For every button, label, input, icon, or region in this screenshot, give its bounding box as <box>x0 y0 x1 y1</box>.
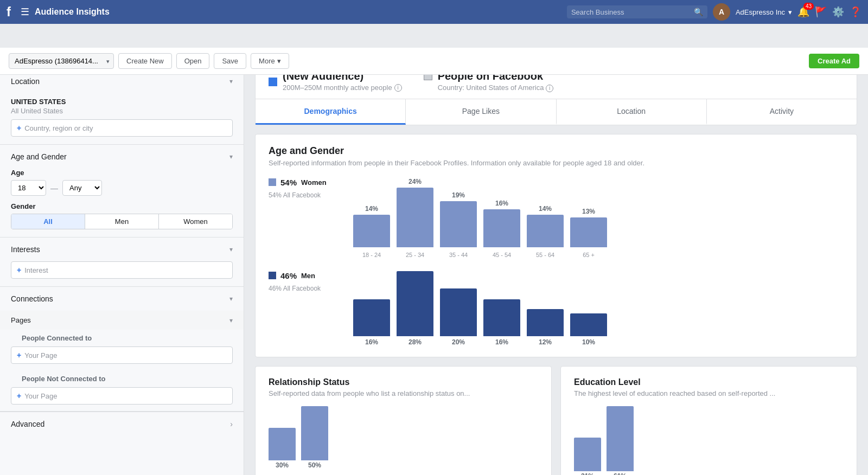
search-input[interactable] <box>571 8 691 16</box>
location-add-input[interactable]: + Country, region or city <box>11 119 233 137</box>
bar-item: 16% <box>353 299 390 346</box>
connected-plus-icon: + <box>17 351 21 360</box>
toolbar: AdEspresso (138696414... Create New Open… <box>0 48 868 75</box>
men-legend: 46% Men 46% All Facebook <box>269 271 344 292</box>
bar-pct: 14% <box>365 205 378 213</box>
tab-location[interactable]: Location <box>557 99 707 125</box>
search-icon-button[interactable]: 🔍 <box>694 8 703 16</box>
tab-demographics[interactable]: Demographics <box>256 99 406 125</box>
country-info-icon[interactable]: i <box>546 85 553 92</box>
bar-age: 35 - 44 <box>449 252 468 258</box>
mini-bar-rect <box>607 406 634 471</box>
age-gender-label: Age and Gender <box>11 152 67 161</box>
your-page-placeholder-2: Your Page <box>24 392 57 400</box>
bar-rect <box>397 271 433 336</box>
sidebar: CREATE AUDIENCE Location ▾ UNITED STATES… <box>0 48 244 475</box>
notification-icon[interactable]: 🔔 43 <box>797 6 809 18</box>
pages-header[interactable]: Pages ▾ <box>0 311 244 330</box>
tab-page-likes[interactable]: Page Likes <box>406 99 556 125</box>
age-dash: — <box>50 184 58 192</box>
bar-rect <box>527 215 564 247</box>
connections-chevron-icon: ▾ <box>229 295 233 303</box>
settings-icon[interactable]: ⚙️ <box>832 6 844 18</box>
sidebar-item-advanced[interactable]: Advanced › <box>0 412 244 436</box>
bar-item: 28% <box>397 271 433 346</box>
location-sub: All United States <box>11 107 233 115</box>
interest-placeholder: Interest <box>24 266 48 274</box>
open-button[interactable]: Open <box>176 53 210 69</box>
people-not-connected-label: People Not Connected to <box>11 370 233 387</box>
bar-pct: 24% <box>409 178 422 185</box>
people-fb-sub: Country: United States of America i <box>438 84 553 92</box>
interest-plus-icon: + <box>17 266 21 274</box>
bar-rect <box>397 188 433 247</box>
bar-pct: 28% <box>409 338 422 346</box>
more-button[interactable]: More ▾ <box>251 53 289 69</box>
age-from-select[interactable]: 18 <box>11 180 46 196</box>
education-bars: 31% 61% <box>574 406 844 476</box>
bar-item: 20% <box>440 288 477 346</box>
flag-icon[interactable]: 🚩 <box>815 6 827 18</box>
location-country: UNITED STATES <box>11 93 233 107</box>
create-ad-button[interactable]: Create Ad <box>809 54 859 68</box>
women-legend: 54% Women 54% All Facebook <box>269 178 344 199</box>
gender-women-button[interactable]: Women <box>158 214 232 229</box>
mini-bar-rect <box>269 428 296 460</box>
facebook-logo: f <box>7 4 11 20</box>
bar-rect <box>353 215 390 247</box>
new-audience-sub: 200M–250M monthly active people i <box>283 84 402 92</box>
create-new-button[interactable]: Create New <box>118 53 172 69</box>
hamburger-icon[interactable]: ☰ <box>21 6 29 18</box>
bar-pct: 16% <box>495 338 508 346</box>
interests-content: + Interest <box>0 261 244 286</box>
top-nav: f ☰ Audience Insights 🔍 A AdEspresso Inc… <box>0 0 868 24</box>
mini-bar-item: 31% <box>574 438 601 476</box>
account-button[interactable]: AdEspresso Inc ▾ <box>736 8 792 16</box>
bar-item: 13% 65 + <box>570 208 607 258</box>
age-row: 18 — Any <box>11 180 233 196</box>
bar-rect <box>570 217 607 247</box>
bar-rect <box>570 313 607 336</box>
connections-header[interactable]: Connections ▾ <box>0 287 244 311</box>
nav-right: A AdEspresso Inc ▾ 🔔 43 🚩 ⚙️ ❓ <box>713 3 861 21</box>
interests-header[interactable]: Interests ▾ <box>0 238 244 261</box>
avatar: A <box>713 3 730 21</box>
bar-pct: 14% <box>539 205 552 213</box>
bar-item: 14% 55 - 64 <box>527 205 564 258</box>
info-icon[interactable]: i <box>394 84 402 92</box>
mini-bar-rect <box>301 406 328 460</box>
bar-item: 10% <box>570 313 607 346</box>
men-group: 46% Men 46% All Facebook 16% 28% <box>269 271 844 346</box>
main-content: (New Audience) 200M–250M monthly active … <box>244 48 868 475</box>
women-bars: 14% 18 - 24 24% 25 - 34 19% 35 - <box>353 178 844 258</box>
interests-label: Interests <box>11 245 40 254</box>
women-label: Women <box>301 178 327 187</box>
bar-age: 18 - 24 <box>362 252 381 258</box>
your-page-placeholder-1: Your Page <box>24 351 57 360</box>
age-to-select[interactable]: Any <box>62 180 102 196</box>
gender-all-button[interactable]: All <box>11 214 85 229</box>
mini-bar-pct: 61% <box>614 472 627 476</box>
help-icon[interactable]: ❓ <box>850 6 861 18</box>
women-group: 54% Women 54% All Facebook 14% 18 - 24 2… <box>269 178 844 258</box>
gender-label: Gender <box>11 202 233 210</box>
save-button[interactable]: Save <box>214 53 246 69</box>
bar-rect <box>483 299 520 336</box>
nav-title: Audience Insights <box>35 7 561 17</box>
people-not-connected-input[interactable]: + Your Page <box>11 387 233 405</box>
bar-rect <box>440 201 477 247</box>
sidebar-item-interests: Interests ▾ + Interest <box>0 238 244 287</box>
bar-rect <box>483 209 520 247</box>
age-gender-header[interactable]: Age and Gender ▾ <box>0 145 244 169</box>
pages-chevron-icon: ▾ <box>229 317 233 324</box>
plus-icon: + <box>17 124 21 132</box>
gender-men-button[interactable]: Men <box>85 214 158 229</box>
people-connected-input[interactable]: + Your Page <box>11 346 233 364</box>
account-select[interactable]: AdEspresso (138696414... <box>9 53 114 69</box>
main-layout: CREATE AUDIENCE Location ▾ UNITED STATES… <box>0 48 868 475</box>
tab-activity[interactable]: Activity <box>707 99 857 125</box>
interest-add-input[interactable]: + Interest <box>11 261 233 279</box>
connections-content: People Connected to + Your Page People N… <box>0 330 244 411</box>
gender-buttons: All Men Women <box>11 214 233 229</box>
mini-bar-pct: 31% <box>581 472 594 476</box>
